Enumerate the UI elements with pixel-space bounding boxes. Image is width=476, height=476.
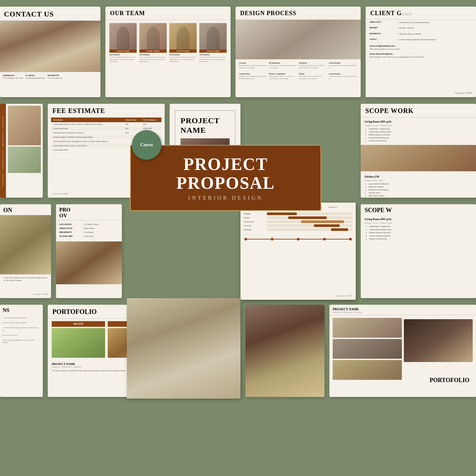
scope-s1-title: Living Room (450 sq ft) (365, 120, 472, 123)
objective-val: Renovation (84, 227, 94, 230)
team-desc-1: Lorem ipsum dolor sit amet consectetur a… (109, 56, 137, 63)
team-desc-4: Lorem ipsum dolor sit amet consectetur a… (199, 56, 227, 63)
grid-container: CONTACT US ADDRESS 2176 Arlington New Yo… (0, 0, 476, 476)
fee-desc-2: Lorem ipsum dolor (51, 126, 124, 131)
scope-r-content: Living Room (450 sq ft) Simple / Cozy / … (361, 215, 476, 243)
port-right-header: PROJECT NAME Aesthetic / Minimalist / Na… (329, 305, 476, 315)
gantt-bar-4 (314, 224, 340, 227)
team-role-4: Job Position (199, 54, 227, 56)
on-footer: Company NAME (33, 293, 48, 295)
timeline-dots-row (240, 235, 356, 242)
step-1-title: Concept (239, 62, 267, 64)
pro-ov-row-3: PROPERTY 3-bedroom (59, 231, 119, 234)
design-step-5: Construction Partnering with contractors… (239, 73, 267, 80)
gantt-chart: Planning Design Construction Sourcing (240, 210, 356, 235)
team-name-1: YOUR NAME (109, 49, 137, 53)
step-2-title: Development (269, 62, 297, 64)
scope-item: Large island breakfast bar (369, 182, 472, 185)
team-member-4: YOUR NAME Job Position Lorem ipsum dolor… (199, 23, 227, 63)
property-label: PROPERTY (59, 231, 82, 234)
fee-col-rate: Hourly Rate (124, 118, 141, 122)
budget-val: $25,000 - $35,000 (399, 27, 472, 29)
scope-item: Dual-tone cabinets (369, 185, 472, 188)
ns-para-5: Client requests an additional fee upon t… (3, 339, 40, 344)
step-6-title: Project Completion (269, 73, 297, 75)
gantt-label-3: Construction (244, 221, 267, 223)
banner-line2: PROPOSAL (176, 174, 275, 192)
dot-1 (244, 238, 247, 240)
obj-val: Renovation of a 3-bedroom apartment (399, 21, 472, 24)
gantt-row-3: Construction (244, 220, 352, 223)
address-label: ADDRESS (3, 74, 23, 77)
port-r-img-3 (333, 360, 402, 380)
step-8-desc: Creating architectural layouts, illustra… (329, 75, 357, 80)
scope-item: Extra storage... (369, 197, 472, 198)
panel-image-2 (8, 147, 41, 173)
gantt-row-5: Finishing (244, 228, 352, 231)
banner-line1: PROJECT (183, 155, 268, 174)
step-8-title: Lorem Ipsum (329, 73, 357, 75)
main-banner: PROJECT PROPOSAL INTERIOR DESIGN (130, 145, 321, 211)
port-main-img (404, 319, 473, 362)
dot-5 (349, 238, 352, 240)
client-row-1: OBJECTIVE : Renovation of a 3-bedroom ap… (366, 20, 476, 25)
goals-label: GOALS (370, 38, 396, 41)
on-image (0, 215, 51, 274)
team-photo-3 (169, 23, 197, 49)
team-photo-1 (109, 23, 137, 49)
step-1-desc: Drawing architectural layouts, illustrat… (239, 65, 267, 69)
card-hallway (245, 305, 324, 397)
ns-para-3: ...will be paid upon signing and due onc… (3, 326, 40, 331)
gantt-bar-area-1 (267, 212, 352, 215)
contact-title: CONTACT US (0, 7, 100, 21)
non-neg-val: Add a laundry room to the free space thr… (370, 56, 472, 58)
scope-r-s1-sub: Simple / Cozy / Neutral Tones (365, 222, 472, 224)
sidebar-text: NATURAL | MINIMALIST | AESTHETIC | UNIQU… (2, 116, 4, 186)
website-val: www.website.com (47, 77, 62, 79)
card-pro-overview: PROOV LOCATION 123 Main Street OBJECTIVE… (56, 204, 122, 298)
floor-val: 1,200 sq ft (84, 235, 94, 238)
card-timeline: Week 1 Week 3 Week 5 Week 7 Week 9 Week … (240, 203, 356, 300)
dot-2 (271, 238, 273, 240)
timeline-company: Company NAME (336, 294, 352, 297)
sidebar-color-bar: NATURAL | MINIMALIST | AESTHETIC | UNIQU… (0, 104, 6, 198)
card-on: ON Lorem ipsum dolor sit amet, consectet… (0, 204, 51, 298)
fee-col-desc: Description (51, 118, 124, 122)
port-r-img-2 (333, 339, 402, 359)
scope-r-s1-list: Light beige L-shaped sofa Custom-built f… (365, 225, 472, 241)
gantt-bar-2 (288, 216, 327, 219)
gantt-label-2: Design (244, 217, 267, 219)
on-text: Lorem ipsum dolor sit amet, consectetur … (0, 274, 51, 284)
gantt-bar-5 (331, 228, 348, 231)
card-scope-work: SCOPE WORK Living Room (450 sq ft) Simpl… (361, 104, 476, 198)
website-col: WEBSITE www.website.com (47, 74, 62, 79)
client-row-2: BUDGET : $25,000 - $35,000 (366, 25, 476, 31)
team-role-1: Job Position (109, 54, 137, 56)
team-member-2: YOUR NAME Job Position Lorem ipsum dolor… (139, 23, 167, 63)
card-design: DESIGN PROCESS Concept Drawing architect… (236, 7, 361, 97)
goals-val: Create a bright, harmonic and functional… (399, 38, 472, 41)
design-step-7: Tender Distributing with your design tea… (299, 73, 327, 80)
scope-item: Central diamond area rug (369, 136, 472, 139)
hallway-photo (245, 305, 324, 397)
gantt-bar-1 (267, 212, 297, 215)
client-title: CLIENT GOALS (366, 7, 476, 20)
panel-image-1 (8, 106, 41, 145)
card-scope-right: SCOPE W Living Room (450 sq ft) Simple /… (361, 204, 476, 298)
team-name-2: YOUR NAME (139, 49, 167, 53)
scope-s2-list: Large island breakfast bar Dual-tone cab… (365, 182, 472, 198)
scope-item: Matte black fixtures (369, 194, 472, 197)
portfolio-col-1: SKEITH (52, 321, 105, 358)
card-contact: CONTACT US ADDRESS 2176 Arlington New Yo… (0, 7, 100, 97)
client-row-3: RESIDENTS : Married couple, no children (366, 31, 476, 37)
team-name-4: YOUR NAME (199, 49, 227, 53)
pro-ov-title: PROOV (56, 204, 122, 220)
canva-badge: Canva (132, 130, 161, 160)
port-right-info (404, 318, 473, 380)
card-terms: NS ...each week, during which they have.… (0, 305, 43, 397)
gantt-row-4: Sourcing (244, 224, 352, 227)
design-title: DESIGN PROCESS (236, 7, 361, 20)
design-step-4: Lorem Ipsum Creating architectural layou… (329, 62, 357, 69)
ns-para-1: ...each week, during which they have... (3, 317, 40, 319)
style-pref-val: Mid-century modern, but very eclectic. (370, 48, 472, 50)
